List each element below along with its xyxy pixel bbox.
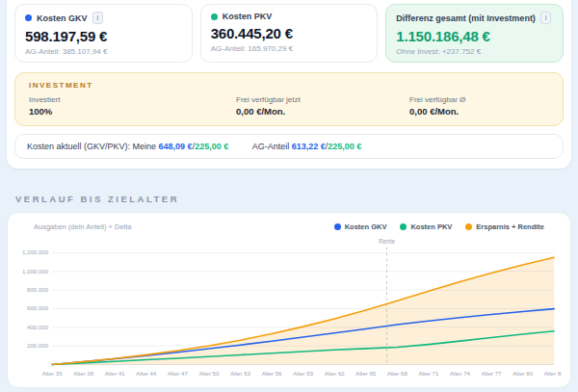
investment-col-frei-jetzt: Frei verfügbar jetzt 0,00 €/Mon. bbox=[236, 95, 409, 117]
pkv-dot-icon bbox=[211, 13, 218, 20]
x-tick-label: Alter 80 bbox=[512, 371, 533, 377]
x-tick-label: Alter 83 bbox=[544, 371, 562, 377]
y-tick-label: 1,000,000 bbox=[22, 268, 49, 274]
x-tick-label: Alter 65 bbox=[355, 371, 376, 377]
chart-header: Ausgaben (dein Anteil) + Delta Kosten GK… bbox=[16, 222, 562, 233]
current-costs-row: Kosten aktuell (GKV/PKV): Meine 648,09 €… bbox=[14, 134, 564, 159]
verlauf-chart[interactable]: 200,000400,000600,000800,0001,000,0001,2… bbox=[16, 233, 562, 381]
card-kosten-gkv-subtext: AG-Anteil: 385.107,94 € bbox=[25, 47, 182, 56]
chart-card: Ausgaben (dein Anteil) + Delta Kosten GK… bbox=[7, 212, 571, 388]
legend-dot-icon bbox=[400, 223, 407, 230]
costs-mine-pkv: 225,00 € bbox=[195, 142, 228, 151]
card-kosten-pkv-value: 360.445,20 € bbox=[211, 25, 368, 41]
stat-cards-row: Kosten GKV i 598.197,59 € AG-Anteil: 385… bbox=[14, 4, 564, 63]
section-title-verlauf: VERLAUF BIS ZIELALTER bbox=[15, 194, 578, 204]
investiert-value: 100% bbox=[29, 106, 236, 117]
legend-item-kosten-pkv[interactable]: Kosten PKV bbox=[400, 222, 452, 231]
info-icon[interactable]: i bbox=[92, 12, 104, 24]
legend-dot-icon bbox=[334, 223, 341, 230]
card-differenz-gesamt: Differenz gesamt (mit Investment) i 1.15… bbox=[385, 4, 564, 63]
y-tick-label: 400,000 bbox=[27, 324, 49, 330]
costs-ag-pkv: 225,00 € bbox=[328, 142, 361, 151]
chart-legend: Kosten GKVKosten PKVErsparnis + Rendite bbox=[334, 222, 544, 231]
costs-prefix: Kosten aktuell (GKV/PKV): Meine bbox=[27, 142, 156, 151]
investment-columns: Investiert 100% Frei verfügbar jetzt 0,0… bbox=[29, 95, 549, 117]
costs-ag-label: AG-Anteil bbox=[252, 142, 290, 151]
x-tick-label: Alter 59 bbox=[293, 371, 313, 377]
x-tick-label: Alter 41 bbox=[105, 371, 125, 377]
x-tick-label: Alter 50 bbox=[199, 371, 220, 377]
x-tick-label: Alter 74 bbox=[450, 371, 470, 377]
card-kosten-pkv: Kosten PKV 360.445,20 € AG-Anteil: 165.9… bbox=[200, 4, 379, 63]
card-differenz-value: 1.150.186,48 € bbox=[396, 28, 553, 44]
y-tick-label: 1,200,000 bbox=[22, 248, 49, 255]
x-tick-label: Alter 68 bbox=[387, 371, 407, 377]
legend-item-ersparnis-rendite[interactable]: Ersparnis + Rendite bbox=[465, 222, 544, 231]
costs-mine-gkv: 648,09 € bbox=[159, 142, 193, 151]
info-icon[interactable]: i bbox=[540, 12, 552, 24]
card-differenz-subtext: Ohne Invest: +237.752 € bbox=[396, 47, 553, 56]
investment-panel: INVESTMENT Investiert 100% Frei verfügba… bbox=[14, 72, 564, 126]
y-tick-label: 600,000 bbox=[27, 304, 49, 311]
chart-axis-caption: Ausgaben (dein Anteil) + Delta bbox=[34, 222, 132, 231]
frei-jetzt-value: 0,00 €/Mon. bbox=[236, 106, 409, 117]
legend-dot-icon bbox=[465, 223, 472, 230]
frei-avg-label: Frei verfügbar Ø bbox=[409, 95, 465, 104]
x-tick-label: Alter 62 bbox=[325, 371, 345, 377]
investment-title: INVESTMENT bbox=[29, 81, 549, 90]
card-kosten-gkv-label: Kosten GKV bbox=[37, 13, 88, 23]
card-kosten-gkv: Kosten GKV i 598.197,59 € AG-Anteil: 385… bbox=[14, 4, 193, 63]
y-tick-label: 800,000 bbox=[27, 286, 49, 293]
card-kosten-pkv-label: Kosten PKV bbox=[223, 12, 273, 21]
legend-item-kosten-gkv[interactable]: Kosten GKV bbox=[334, 222, 387, 231]
x-tick-label: Alter 35 bbox=[42, 371, 63, 377]
card-kosten-gkv-value: 598.197,59 € bbox=[25, 28, 182, 44]
investment-col-investiert: Investiert 100% bbox=[29, 95, 236, 117]
frei-jetzt-label: Frei verfügbar jetzt bbox=[236, 95, 409, 104]
rente-label: Rente bbox=[379, 238, 395, 245]
x-tick-label: Alter 53 bbox=[230, 371, 250, 377]
x-tick-label: Alter 77 bbox=[482, 371, 502, 377]
x-tick-label: Alter 38 bbox=[73, 371, 93, 377]
series-area-ersparnis-rendite bbox=[52, 257, 554, 364]
costs-ag-gkv: 613,22 € bbox=[292, 142, 326, 151]
frei-avg-value: 0,00 €/Mon. bbox=[409, 106, 465, 117]
card-kosten-pkv-header: Kosten PKV bbox=[211, 12, 368, 21]
legend-label: Kosten PKV bbox=[410, 222, 452, 231]
x-tick-label: Alter 44 bbox=[136, 371, 156, 377]
card-differenz-header: Differenz gesamt (mit Investment) i bbox=[396, 12, 553, 24]
x-tick-label: Alter 47 bbox=[168, 371, 188, 377]
x-tick-label: Alter 56 bbox=[262, 371, 282, 377]
y-tick-label: 200,000 bbox=[27, 342, 49, 349]
card-differenz-label: Differenz gesamt (mit Investment) bbox=[396, 13, 536, 23]
x-tick-label: Alter 71 bbox=[418, 371, 438, 377]
card-kosten-gkv-header: Kosten GKV i bbox=[25, 12, 182, 24]
gkv-dot-icon bbox=[25, 14, 32, 21]
legend-label: Ersparnis + Rendite bbox=[476, 222, 544, 231]
legend-label: Kosten GKV bbox=[345, 222, 387, 231]
investment-col-frei-avg: Frei verfügbar Ø 0,00 €/Mon. bbox=[409, 95, 465, 117]
summary-panel: Kosten GKV i 598.197,59 € AG-Anteil: 385… bbox=[7, 0, 571, 169]
card-kosten-pkv-subtext: AG-Anteil: 165.970,29 € bbox=[211, 44, 368, 53]
investiert-label: Investiert bbox=[29, 95, 236, 104]
